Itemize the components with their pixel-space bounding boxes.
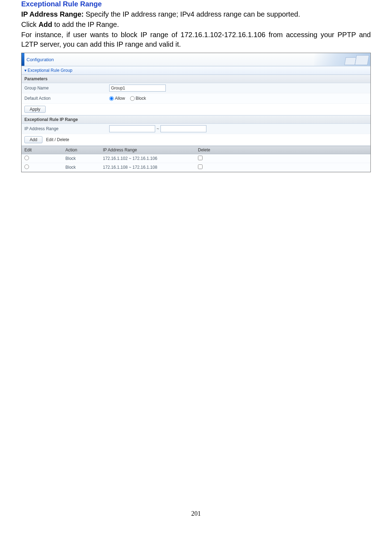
row-default-action: Default Action Allow Block [22, 93, 370, 104]
text-click: Click [21, 21, 39, 28]
add-button[interactable]: Add [24, 136, 42, 143]
row-add-editdelete: Add Edit / Delete [22, 134, 370, 146]
th-action: Action [63, 146, 100, 154]
text-ip-address-range-desc: Specify the IP address range; IPv4 addre… [84, 10, 300, 18]
config-screenshot: Configuration ▾Exceptional Rule Group Pa… [21, 53, 371, 172]
cell-action: Block [63, 163, 100, 172]
input-ip-end[interactable] [160, 125, 206, 132]
caret-down-icon: ▾ [24, 68, 27, 73]
doc-para-ip-range: IP Address Range: Specify the IP address… [21, 10, 371, 19]
label-default-action: Default Action [24, 96, 109, 101]
row-apply: Apply [22, 104, 370, 115]
config-title: Configuration [27, 57, 54, 62]
section-exceptional-rule-group[interactable]: ▾Exceptional Rule Group [22, 66, 370, 75]
radio-allow[interactable] [109, 96, 114, 101]
input-group-name[interactable] [109, 85, 166, 92]
rules-table: Edit Action IP Address Range Delete Bloc… [22, 146, 370, 172]
row-ip-address-range: IP Address Range ~ [22, 124, 370, 134]
header-graphic [314, 53, 370, 66]
row-delete-checkbox[interactable] [198, 164, 203, 169]
row-delete-checkbox[interactable] [198, 156, 203, 160]
text-add-rest: to add the IP Range. [52, 21, 119, 28]
table-row: Block 172.16.1.102 ~ 172.16.1.106 [22, 154, 370, 163]
doc-section-heading: Exceptional Rule Range [21, 0, 371, 8]
label-ip-address-range-field: IP Address Range [24, 126, 109, 131]
cell-action: Block [63, 154, 100, 163]
label-ip-address-range: IP Address Range: [21, 10, 84, 18]
radio-block[interactable] [130, 96, 135, 101]
cell-range: 172.16.1.108 ~ 172.16.1.108 [100, 163, 195, 172]
table-row: Block 172.16.1.108 ~ 172.16.1.108 [22, 163, 370, 172]
tilde-separator: ~ [157, 126, 159, 131]
accent-bar [22, 53, 24, 66]
row-select-radio[interactable] [24, 156, 29, 160]
apply-button[interactable]: Apply [24, 106, 46, 113]
table-header-row: Edit Action IP Address Range Delete [22, 146, 370, 154]
label-group-name: Group Name [24, 86, 109, 91]
th-range: IP Address Range [100, 146, 195, 154]
edit-delete-link[interactable]: Edit / Delete [46, 137, 69, 142]
input-ip-start[interactable] [109, 125, 155, 132]
subheader-ip-range: Exceptional Rule IP Range [22, 115, 370, 124]
row-select-radio[interactable] [24, 164, 29, 169]
radio-option-block[interactable]: Block [130, 96, 146, 101]
doc-para-example: For instance, if user wants to block IP … [21, 30, 371, 49]
radio-block-label: Block [136, 96, 146, 101]
th-edit: Edit [22, 146, 63, 154]
radio-allow-label: Allow [115, 96, 125, 101]
subheader-parameters: Parameters [22, 75, 370, 83]
config-title-bar: Configuration [22, 53, 370, 66]
doc-para-click-add: Click Add to add the IP Range. [21, 20, 371, 29]
page-number: 201 [21, 172, 371, 525]
cell-range: 172.16.1.102 ~ 172.16.1.106 [100, 154, 195, 163]
section-group-label: Exceptional Rule Group [28, 68, 72, 73]
radio-option-allow[interactable]: Allow [109, 96, 125, 101]
th-delete: Delete [195, 146, 370, 154]
text-add-bold: Add [39, 21, 52, 28]
row-group-name: Group Name [22, 83, 370, 93]
